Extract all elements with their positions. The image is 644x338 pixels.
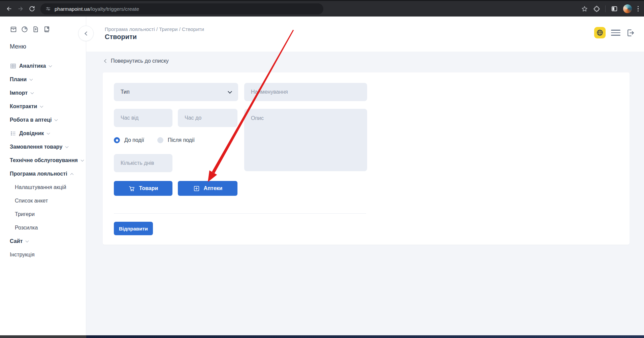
forward-icon xyxy=(17,5,24,12)
chevron-down-icon xyxy=(49,64,52,67)
sidebar-item-questionnaires[interactable]: Список анкет xyxy=(0,194,86,208)
sidebar-item-maintenance[interactable]: Технічне обслуговування xyxy=(0,154,86,167)
list-icon xyxy=(10,130,17,137)
submit-button[interactable]: Відправити xyxy=(114,222,153,235)
hamburger-menu-button[interactable] xyxy=(611,28,620,37)
name-input[interactable] xyxy=(244,83,367,101)
language-button[interactable] xyxy=(594,27,606,38)
radio-after-event-label[interactable]: Після події xyxy=(168,137,195,143)
reload-button[interactable] xyxy=(26,3,38,14)
products-button[interactable]: Товари xyxy=(114,181,172,196)
bottom-window-edge-right xyxy=(86,335,644,338)
sidebar-item-directory[interactable]: Довідник xyxy=(0,127,86,140)
sidebar-item-site[interactable]: Сайт xyxy=(0,235,86,248)
bookmark-star-icon[interactable] xyxy=(581,5,588,12)
side-panel-icon[interactable] xyxy=(611,5,618,12)
chevron-left-icon xyxy=(104,59,108,63)
breadcrumb: Програма лояльності / Тригери / Створити xyxy=(105,26,204,32)
sidebar-item-loyalty-program[interactable]: Програма лояльності xyxy=(0,167,86,181)
description-textarea[interactable] xyxy=(244,109,367,171)
sidebar-item-contracts[interactable]: Контракти xyxy=(0,100,86,113)
window-edge xyxy=(0,0,644,1)
bottom-window-edge-left xyxy=(0,335,86,338)
chevron-down-icon xyxy=(26,239,29,242)
sidebar-item-triggers[interactable]: Тригери xyxy=(0,208,86,221)
menu-heading: Меню xyxy=(10,43,26,50)
chevron-down-icon xyxy=(55,118,58,121)
sidebar-item-promo-settings[interactable]: Налаштування акцій xyxy=(0,181,86,194)
radio-before-event-label[interactable]: До події xyxy=(124,137,144,143)
site-info-icon xyxy=(45,6,51,12)
profile-avatar[interactable] xyxy=(623,4,632,13)
chevron-down-icon xyxy=(80,158,84,161)
trigger-create-form-card: Тип До події Після події Товари Аптеки В… xyxy=(103,72,630,245)
address-bar[interactable]: pharmapoint.ua/loyalty/triggers/create xyxy=(40,3,323,14)
sidebar-collapse-button[interactable] xyxy=(78,26,94,41)
time-to-input[interactable] xyxy=(178,109,237,127)
chevron-down-icon xyxy=(65,145,69,148)
plus-square-icon xyxy=(193,185,200,192)
chevron-left-icon xyxy=(85,31,89,36)
pharmacies-button[interactable]: Аптеки xyxy=(178,181,237,196)
reload-icon xyxy=(29,5,35,12)
back-to-list-link[interactable]: Повернутись до списку xyxy=(105,58,169,64)
toolbar-separator xyxy=(605,5,606,12)
grid-icon xyxy=(10,63,17,69)
sidebar-item-instruction[interactable]: Інструкція xyxy=(0,248,86,262)
back-button[interactable] xyxy=(3,3,15,14)
url-text: pharmapoint.ua/loyalty/triggers/create xyxy=(55,6,139,12)
forward-button[interactable] xyxy=(15,3,26,14)
sidebar-item-goods-order[interactable]: Замовлення товару xyxy=(0,140,86,154)
type-select-value: Тип xyxy=(121,89,130,95)
sidebar-item-pharmacy-work[interactable]: Робота в аптеці xyxy=(0,113,86,127)
pie-chart-icon[interactable] xyxy=(21,26,28,33)
book-icon[interactable] xyxy=(43,26,51,33)
chevron-down-icon xyxy=(40,104,43,107)
chevron-down-icon xyxy=(30,77,33,81)
back-icon xyxy=(6,5,12,12)
cart-icon xyxy=(128,185,135,192)
globe-icon xyxy=(596,29,604,36)
sidebar-item-plans[interactable]: Плани xyxy=(0,73,86,86)
event-timing-radio-group: До події Після події xyxy=(114,137,195,143)
page-title: Створити xyxy=(105,33,137,41)
radio-after-event[interactable] xyxy=(157,137,163,143)
logout-button[interactable] xyxy=(626,28,635,37)
chevron-up-icon xyxy=(70,173,73,176)
type-select[interactable]: Тип xyxy=(114,83,238,101)
sidebar-item-mailing[interactable]: Розсилка xyxy=(0,221,86,235)
chevron-down-icon xyxy=(31,91,34,94)
extensions-icon[interactable] xyxy=(593,5,600,12)
form-divider xyxy=(114,213,366,214)
sidebar: Меню Аналітика Плани Імпорт Контракти Ро… xyxy=(0,17,86,338)
page-header: Програма лояльності / Тригери / Створити… xyxy=(86,17,644,52)
radio-before-event[interactable] xyxy=(114,137,120,143)
sidebar-item-analytics[interactable]: Аналітика xyxy=(0,59,86,73)
chevron-down-icon xyxy=(47,131,50,134)
browser-menu-icon[interactable] xyxy=(637,5,640,12)
file-icon[interactable] xyxy=(32,26,39,33)
sidebar-item-import[interactable]: Імпорт xyxy=(0,86,86,100)
chevron-down-icon xyxy=(228,89,232,94)
days-count-input[interactable] xyxy=(114,154,172,172)
time-from-input[interactable] xyxy=(114,109,172,127)
box-icon[interactable] xyxy=(10,26,17,33)
browser-toolbar: pharmapoint.ua/loyalty/triggers/create xyxy=(0,0,644,17)
